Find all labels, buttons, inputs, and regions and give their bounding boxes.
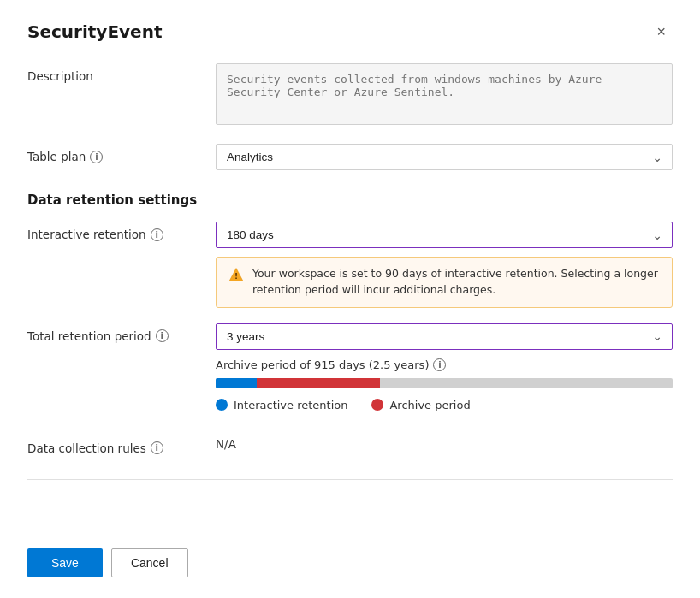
interactive-progress-segment xyxy=(216,378,257,388)
data-retention-section-title: Data retention settings xyxy=(27,192,673,208)
total-retention-info-icon[interactable]: i xyxy=(156,329,169,342)
footer-divider xyxy=(27,479,673,480)
interactive-retention-control: 30 days60 days90 days180 days1 year2 yea… xyxy=(216,222,673,308)
total-retention-row: Total retention period i 6 months1 year2… xyxy=(27,323,673,420)
cancel-button[interactable]: Cancel xyxy=(111,548,188,577)
warning-text: Your workspace is set to 90 days of inte… xyxy=(252,266,660,299)
interactive-retention-label: Interactive retention i xyxy=(27,222,216,241)
total-retention-select-wrapper: 6 months1 year2 years3 years5 years7 yea… xyxy=(216,323,673,350)
dialog-title: SecurityEvent xyxy=(27,21,162,42)
interactive-retention-select[interactable]: 30 days60 days90 days180 days1 year2 yea… xyxy=(216,222,673,248)
table-plan-select-wrapper: AnalyticsBasicCustom ⌄ xyxy=(216,144,673,170)
table-plan-label: Table plan i xyxy=(27,144,216,163)
table-plan-control: AnalyticsBasicCustom ⌄ xyxy=(216,144,673,170)
data-collection-info-icon[interactable]: i xyxy=(151,441,163,454)
data-collection-row: Data collection rules i N/A xyxy=(27,435,673,455)
table-plan-row: Table plan i AnalyticsBasicCustom ⌄ xyxy=(27,144,673,170)
interactive-retention-info-icon[interactable]: i xyxy=(151,228,163,241)
warning-triangle-icon: ! xyxy=(228,267,244,286)
legend-interactive: Interactive retention xyxy=(216,399,347,411)
archive-period-info: Archive period of 915 days (2.5 years) i xyxy=(216,358,673,371)
interactive-retention-select-wrapper: 30 days60 days90 days180 days1 year2 yea… xyxy=(216,222,673,248)
close-button[interactable]: × xyxy=(650,21,673,43)
total-retention-select[interactable]: 6 months1 year2 years3 years5 years7 yea… xyxy=(216,323,673,350)
footer-actions: Save Cancel xyxy=(27,533,673,577)
total-retention-control: 6 months1 year2 years3 years5 years7 yea… xyxy=(216,323,673,420)
description-control xyxy=(216,63,673,128)
data-collection-label: Data collection rules i xyxy=(27,435,216,455)
archive-progress-segment xyxy=(257,378,380,388)
data-collection-value: N/A xyxy=(216,435,673,452)
description-label: Description xyxy=(27,63,216,83)
save-button[interactable]: Save xyxy=(27,548,103,577)
total-retention-label: Total retention period i xyxy=(27,323,216,343)
dialog-header: SecurityEvent × xyxy=(27,21,673,43)
description-textarea[interactable] xyxy=(216,63,673,125)
table-plan-select[interactable]: AnalyticsBasicCustom xyxy=(216,144,673,170)
archive-dot-icon xyxy=(371,399,383,411)
archive-info-icon[interactable]: i xyxy=(433,358,446,371)
svg-text:!: ! xyxy=(234,272,238,281)
interactive-dot-icon xyxy=(216,399,228,411)
security-event-dialog: SecurityEvent × Description Table plan i… xyxy=(0,0,700,598)
retention-progress-bar xyxy=(216,378,673,388)
description-row: Description xyxy=(27,63,673,128)
retention-legend: Interactive retention Archive period xyxy=(216,399,673,411)
legend-archive: Archive period xyxy=(371,399,470,411)
interactive-retention-warning: ! Your workspace is set to 90 days of in… xyxy=(216,257,673,308)
interactive-retention-row: Interactive retention i 30 days60 days90… xyxy=(27,222,673,308)
table-plan-info-icon[interactable]: i xyxy=(90,151,103,163)
